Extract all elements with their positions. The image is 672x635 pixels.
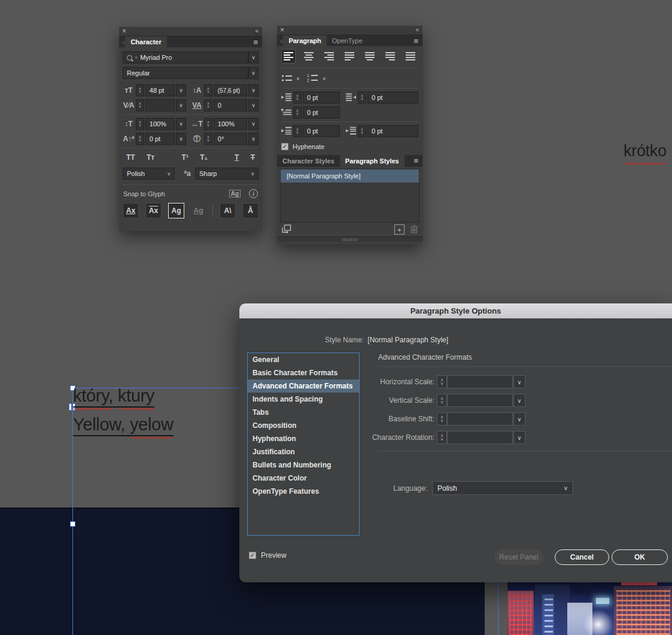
font-style-field[interactable]: Regular: [123, 67, 248, 79]
strikethrough-icon[interactable]: T: [251, 153, 255, 162]
snap-baseline-button[interactable]: Ax: [123, 203, 139, 218]
align-left-button[interactable]: [281, 49, 296, 63]
horizontal-scale-stepper[interactable]: [437, 375, 447, 388]
snap-xheight-button[interactable]: Ax: [145, 203, 162, 218]
baseline-shift-stepper[interactable]: [136, 133, 144, 145]
character-rotation-input[interactable]: [447, 431, 513, 444]
leading-dropdown-icon[interactable]: [248, 84, 259, 96]
skew-dropdown-icon[interactable]: [248, 133, 259, 145]
vertical-scale-field[interactable]: 100%: [145, 118, 175, 130]
style-list-item[interactable]: [Normal Paragraph Style]: [281, 169, 419, 183]
panel-cycle-icon[interactable]: [277, 35, 283, 46]
image-frame-edge[interactable]: [498, 582, 498, 635]
first-line-indent-field[interactable]: 0 pt: [303, 107, 340, 119]
snap-anchor-button[interactable]: Å: [242, 203, 259, 218]
nav-item-advanced-character-formats[interactable]: Advanced Character Formats: [248, 379, 359, 393]
leading-field[interactable]: (57,6 pt): [214, 84, 247, 96]
left-indent-stepper[interactable]: [293, 92, 302, 104]
small-caps-icon[interactable]: Tᴛ: [147, 153, 154, 162]
panel-menu-icon[interactable]: [409, 35, 422, 46]
nav-item-bullets-and-numbering[interactable]: Bullets and Numbering: [248, 458, 359, 472]
horizontal-scale-field[interactable]: 100%: [214, 118, 247, 130]
tracking-dropdown-icon[interactable]: [248, 99, 259, 111]
document-text-line-2[interactable]: Yellow, yelow: [73, 415, 174, 435]
vertical-scale-input[interactable]: [447, 394, 513, 407]
cancel-button[interactable]: Cancel: [555, 549, 609, 565]
panel-menu-icon[interactable]: [249, 37, 262, 47]
dialog-titlebar[interactable]: Paragraph Style Options: [239, 303, 672, 318]
chevron-down-icon[interactable]: ∨: [323, 76, 326, 81]
subscript-icon[interactable]: T₁: [200, 153, 207, 162]
right-indent-field[interactable]: 0 pt: [367, 92, 418, 104]
space-before-field[interactable]: 0 pt: [303, 125, 340, 137]
horizontal-scale-input[interactable]: [447, 375, 513, 388]
justify-all-button[interactable]: [404, 49, 418, 63]
kerning-stepper[interactable]: [136, 99, 144, 111]
baseline-shift-input[interactable]: [447, 412, 513, 426]
justify-last-left-button[interactable]: [342, 49, 357, 63]
nav-item-composition[interactable]: Composition: [248, 419, 359, 432]
numbered-list-icon[interactable]: 12: [307, 74, 319, 84]
font-size-field[interactable]: 48 pt: [145, 84, 175, 96]
horizontal-scale-dropdown-icon[interactable]: [513, 375, 525, 388]
ok-button[interactable]: OK: [612, 549, 668, 565]
left-indent-field[interactable]: 0 pt: [303, 92, 340, 104]
tracking-field[interactable]: 0: [214, 99, 247, 111]
preview-checkbox[interactable]: [249, 552, 256, 559]
document-text-krotko[interactable]: krótko: [624, 142, 667, 160]
tab-character[interactable]: Character: [125, 37, 166, 47]
hyphenate-checkbox[interactable]: [281, 143, 288, 150]
skew-stepper[interactable]: [204, 133, 212, 145]
baseline-shift-dropdown-icon[interactable]: [176, 133, 186, 145]
glyph-guides-icon[interactable]: Ag: [229, 190, 241, 198]
document-text-line-1[interactable]: który, ktury: [73, 386, 154, 406]
skew-field[interactable]: 0°: [214, 133, 247, 145]
space-after-field[interactable]: 0 pt: [367, 125, 418, 137]
city-photo[interactable]: [507, 582, 672, 635]
underline-icon[interactable]: T: [235, 153, 239, 162]
font-family-dropdown-icon[interactable]: [248, 51, 259, 63]
tab-paragraph-styles[interactable]: Paragraph Styles: [340, 155, 405, 167]
kerning-field[interactable]: [145, 99, 175, 111]
chevron-down-icon[interactable]: ∨: [296, 76, 300, 81]
create-new-style-icon[interactable]: +: [394, 224, 405, 235]
nav-item-justification[interactable]: Justification: [248, 445, 359, 458]
kerning-dropdown-icon[interactable]: [176, 99, 186, 111]
justify-last-right-button[interactable]: [384, 49, 398, 63]
new-style-group-icon[interactable]: [282, 224, 291, 235]
vertical-scale-dropdown-icon[interactable]: [176, 118, 186, 130]
font-size-dropdown-icon[interactable]: [176, 84, 186, 96]
superscript-icon[interactable]: T¹: [182, 153, 188, 162]
tracking-stepper[interactable]: [204, 99, 212, 111]
space-before-stepper[interactable]: [293, 125, 302, 137]
nav-item-tabs[interactable]: Tabs: [248, 406, 359, 419]
tab-opentype[interactable]: OpenType: [327, 35, 368, 46]
close-icon[interactable]: [122, 27, 126, 35]
align-right-button[interactable]: [322, 49, 336, 63]
nav-item-indents-and-spacing[interactable]: Indents and Spacing: [248, 393, 359, 406]
panel-cycle-icon[interactable]: [119, 37, 125, 47]
horizontal-scale-dropdown-icon[interactable]: [248, 118, 259, 130]
all-caps-icon[interactable]: TT: [126, 153, 135, 162]
font-style-dropdown-icon[interactable]: [248, 67, 259, 79]
collapse-panel-icon[interactable]: [415, 26, 419, 34]
vertical-scale-dropdown-icon[interactable]: [513, 394, 525, 407]
right-indent-stepper[interactable]: [358, 92, 366, 104]
collapse-panel-icon[interactable]: [255, 27, 259, 35]
frame-side-handle[interactable]: [70, 521, 75, 527]
nav-item-general[interactable]: General: [248, 353, 359, 366]
character-rotation-stepper[interactable]: [437, 431, 447, 444]
baseline-shift-stepper[interactable]: [437, 412, 447, 426]
vertical-scale-stepper[interactable]: [437, 394, 447, 407]
leading-stepper[interactable]: [204, 84, 212, 96]
vertical-scale-stepper[interactable]: [136, 118, 144, 130]
snap-glyph-bounds-button[interactable]: Ag: [168, 203, 184, 218]
bullet-list-icon[interactable]: [281, 74, 293, 84]
font-size-stepper[interactable]: [136, 84, 144, 96]
tab-paragraph[interactable]: Paragraph: [283, 35, 326, 46]
justify-last-center-button[interactable]: [363, 49, 378, 63]
nav-item-hyphenation[interactable]: Hyphenation: [248, 432, 359, 445]
nav-item-opentype-features[interactable]: OpenType Features: [248, 485, 359, 498]
character-rotation-dropdown-icon[interactable]: [513, 431, 525, 444]
nav-item-character-color[interactable]: Character Color: [248, 472, 359, 485]
